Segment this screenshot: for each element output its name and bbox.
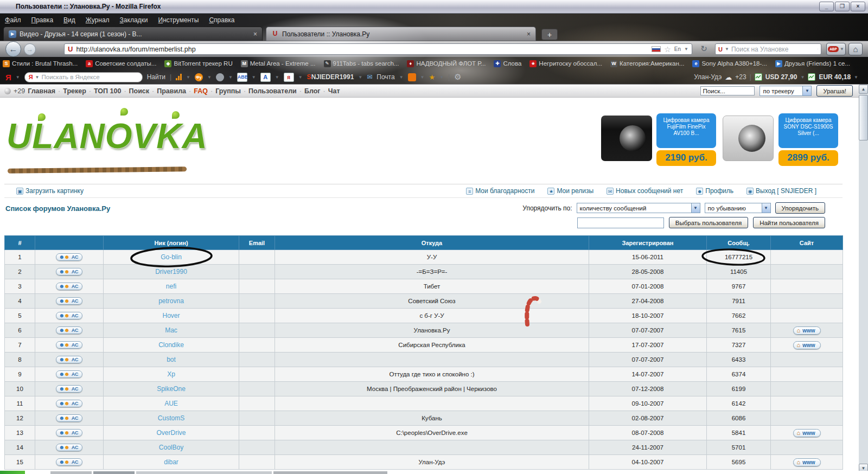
close-button[interactable]: × (851, 2, 865, 11)
order-button[interactable]: Упорядочить (775, 202, 825, 214)
ad-title-fujifilm[interactable]: Цифровая камера FujiFilm FinePix AV100 В… (656, 113, 716, 148)
user-actions-button[interactable]: ☻☻АС (56, 385, 83, 393)
www-button[interactable]: ⌂www (793, 429, 821, 437)
menu-закладки[interactable]: Закладки (120, 16, 148, 24)
weather-temp[interactable]: +23 (735, 73, 746, 81)
user-link-мои[interactable]: ★Мои релизы (547, 187, 593, 195)
ulanovka-logo[interactable]: ULANOVKA (7, 104, 202, 180)
user-actions-button[interactable]: ☻☻АС (56, 370, 83, 378)
menu-справка[interactable]: Справка (209, 16, 234, 24)
user-profile-link[interactable]: Go-blin (161, 253, 182, 261)
user-profile-link[interactable]: SpikeOne (157, 385, 186, 393)
user-actions-button[interactable]: ☻☻АС (56, 283, 83, 290)
user-actions-button[interactable]: ☻☻АС (56, 341, 83, 349)
forum-nav-трекер[interactable]: Трекер (63, 87, 86, 95)
user-actions-button[interactable]: ☻☻АС (56, 297, 83, 305)
select-arrow-icon[interactable]: ▼ (762, 203, 770, 213)
user-actions-button[interactable]: ☻☻АС (56, 356, 83, 363)
forum-nav-блог[interactable]: Блог (304, 87, 321, 95)
ad-camera-image-fujifilm[interactable] (601, 116, 652, 161)
weather-city[interactable]: Улан-Удэ (694, 73, 722, 81)
user-actions-button[interactable]: ☻☻АС (56, 312, 83, 319)
orderby-select[interactable]: количеству сообщений ▼ (577, 203, 700, 213)
favorites-star-icon[interactable]: ★ (429, 73, 436, 81)
spellcheck-dropdown-icon[interactable]: ▼ (252, 75, 256, 80)
translate-ru-dropdown-icon[interactable]: ▼ (298, 75, 303, 80)
spellcheck-icon[interactable]: ABB (237, 73, 247, 82)
yandex-find-button[interactable]: Найти (147, 73, 165, 81)
bookmark-item[interactable]: eSony Alpha A380+18-... (692, 60, 767, 67)
browser-search-box[interactable]: U ▼ (715, 43, 821, 55)
forum-nav-топ-100[interactable]: ТОП 100 (94, 87, 121, 95)
bookmark-item[interactable]: ✚Слова (494, 60, 521, 67)
user-actions-button[interactable]: ☻☻АС (56, 268, 83, 276)
find-user-button[interactable]: Найти пользователя (753, 217, 825, 228)
yandex-mail-link[interactable]: Почта (376, 73, 394, 81)
russian-flag-icon[interactable] (652, 46, 661, 52)
bookmark-item[interactable]: ★Негритоску обоссал... (529, 60, 602, 67)
user-actions-button[interactable]: ☻☻АС (56, 414, 83, 422)
user-link-мои[interactable]: ≡Мои благодарности (466, 187, 534, 195)
forum-nav-группы[interactable]: Группы (215, 87, 241, 95)
ad-title-sony[interactable]: Цифровая камера SONY DSC-S1900S Silver (… (778, 113, 838, 148)
user-profile-link[interactable]: petrovna (158, 297, 184, 305)
usd-dropdown-icon[interactable]: ▼ (800, 75, 805, 80)
translate-icon[interactable]: A (260, 73, 271, 82)
user-link-профиль[interactable]: ☻Профиль (696, 187, 733, 195)
bookmark-item[interactable]: MMetal Area - Extreme ... (241, 60, 316, 67)
forum-nav-faq[interactable]: FAQ (194, 87, 208, 95)
upload-image-link[interactable]: ▣ Загрузить картинку (16, 187, 84, 195)
bookmark-item[interactable]: ✎911Tabs - tabs search... (324, 60, 399, 67)
user-actions-button[interactable]: ☻☻АС (56, 253, 83, 261)
search-engine-dropdown-icon[interactable]: ▼ (725, 47, 729, 52)
scrollbar-thumb[interactable] (859, 95, 868, 140)
menu-журнал[interactable]: Журнал (86, 16, 110, 24)
go-button[interactable]: Урагша! (816, 85, 853, 97)
user-profile-link[interactable]: CoolBoy (159, 444, 183, 451)
tracker-select[interactable]: по трекеру ▼ (760, 86, 812, 96)
favorites-dropdown-icon[interactable]: ▼ (439, 75, 444, 80)
forum-nav-правила[interactable]: Правила (157, 87, 186, 95)
user-link-выход[interactable]: ◉Выход [ SNJIEDER ] (746, 187, 816, 195)
mail-dropdown-icon[interactable]: ▼ (399, 75, 404, 80)
user-profile-link[interactable]: nefi (166, 283, 176, 290)
select-arrow-icon[interactable]: ▼ (802, 86, 811, 95)
user-profile-link[interactable]: AUE (164, 400, 178, 407)
user-profile-link[interactable]: OverDrive (156, 429, 186, 437)
search-icon[interactable] (818, 46, 818, 53)
user-profile-link[interactable]: Mac (165, 326, 177, 334)
bookmark-item[interactable]: WКатегория:Американ... (610, 60, 684, 67)
user-actions-button[interactable]: ☻☻АС (56, 444, 83, 451)
url-input[interactable] (76, 46, 648, 53)
username-dropdown-icon[interactable]: ▼ (358, 75, 362, 80)
bookmark-item[interactable]: ▶Друзья (Friends) 1 се... (775, 60, 850, 67)
forum-nav-поиск[interactable]: Поиск (129, 87, 150, 95)
direction-select[interactable]: по убыванию ▼ (705, 203, 771, 213)
language-badge[interactable]: En (674, 46, 681, 52)
forum-nav-чат[interactable]: Чат (328, 87, 340, 95)
menu-инструменты[interactable]: Инструменты (158, 16, 199, 24)
minimize-button[interactable]: _ (819, 2, 834, 11)
ad-camera-image-sony[interactable] (723, 116, 774, 161)
home-button[interactable]: ⌂ (848, 43, 863, 55)
menu-правка[interactable]: Правка (31, 16, 54, 24)
forum-search-input[interactable] (700, 86, 755, 95)
select-user-button[interactable]: Выбрать пользователя (669, 217, 748, 228)
yandex-search-input[interactable] (42, 74, 138, 80)
fu-icon[interactable]: Фу (195, 73, 203, 81)
bookmark-item[interactable]: SСтили : Brutal Thrash... (3, 60, 78, 67)
user-actions-button[interactable]: ☻☻АС (56, 326, 83, 334)
username-filter-input[interactable] (577, 217, 664, 228)
yandex-widget-icon[interactable] (408, 73, 416, 81)
abp-dropdown-icon[interactable]: ▼ (840, 47, 844, 52)
menu-файл[interactable]: Файл (5, 16, 21, 24)
ad-price-fujifilm[interactable]: 2190 руб. (656, 150, 716, 166)
user-profile-link[interactable]: Xp (167, 370, 175, 378)
yandex-logo-icon[interactable]: Я (5, 73, 11, 82)
user-profile-link[interactable]: dibar (164, 458, 178, 466)
www-button[interactable]: ⌂www (793, 326, 821, 335)
user-profile-link[interactable]: Driver1990 (155, 268, 187, 276)
tab-members-active[interactable]: U Пользователи :: Улановка.Ру × (266, 27, 536, 41)
translate-dropdown-icon[interactable]: ▼ (275, 75, 279, 80)
lamp-icon[interactable] (216, 73, 224, 81)
